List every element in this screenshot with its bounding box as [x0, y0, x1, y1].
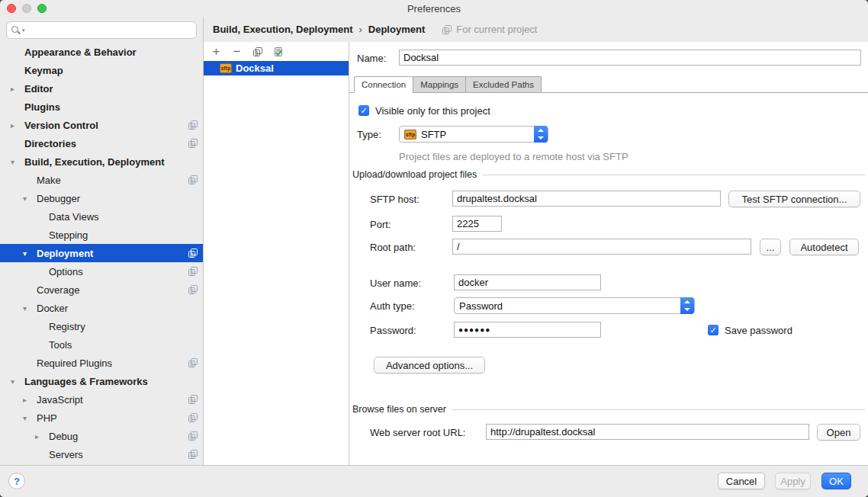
name-input[interactable]	[399, 50, 861, 66]
auth-type-value: Password	[459, 300, 503, 312]
use-as-default-icon[interactable]	[272, 45, 285, 58]
sidebar-item-editor[interactable]: ▸Editor	[0, 79, 203, 98]
shared-settings-icon	[442, 24, 452, 35]
advanced-options-button[interactable]: Advanced options...	[374, 357, 485, 374]
visible-only-checkbox[interactable]: ✓	[358, 105, 369, 116]
add-icon[interactable]: +	[210, 45, 223, 58]
server-list-toolbar: + −	[204, 42, 349, 61]
sidebar-item-make[interactable]: Make	[0, 171, 203, 189]
breadcrumb-separator-icon: ›	[358, 24, 362, 35]
sidebar-item-options[interactable]: Options	[0, 262, 203, 281]
autodetect-button[interactable]: Autodetect	[789, 239, 859, 255]
sidebar-item-php-servers[interactable]: Servers	[0, 445, 203, 463]
sidebar-item-debugger[interactable]: ▾Debugger	[0, 189, 203, 207]
server-list-panel: + − sftp Docksal	[204, 42, 349, 465]
breadcrumb: Build, Execution, Deployment › Deploymen…	[204, 17, 868, 42]
sidebar-item-version-control[interactable]: ▸Version Control	[0, 116, 203, 134]
save-password-label: Save password	[725, 325, 792, 336]
sidebar-item-stepping[interactable]: Stepping	[0, 226, 203, 244]
sidebar-item-required-plugins[interactable]: Required Plugins	[0, 354, 203, 372]
chevron-down-icon[interactable]: ▾	[11, 377, 24, 386]
shared-settings-icon	[188, 449, 198, 460]
chevron-right-icon[interactable]: ▸	[23, 396, 37, 404]
name-label: Name:	[357, 53, 386, 64]
chevron-down-icon[interactable]: ▾	[23, 414, 37, 422]
web-root-input[interactable]	[486, 424, 809, 440]
browse-root-path-button[interactable]: ...	[760, 239, 781, 255]
sftp-host-label: SFTP host:	[370, 194, 420, 205]
preferences-window: Preferences ▾ Appearance & Behavior Keym…	[0, 0, 868, 497]
sidebar-item-coverage[interactable]: Coverage	[0, 281, 203, 299]
ok-button[interactable]: OK	[821, 473, 851, 489]
password-label: Password:	[370, 325, 416, 336]
server-list-item-docksal[interactable]: sftp Docksal	[204, 61, 349, 75]
remove-icon[interactable]: −	[230, 45, 243, 58]
breadcrumb-deployment[interactable]: Deployment	[368, 24, 425, 35]
chevron-right-icon[interactable]: ▸	[11, 85, 24, 93]
sftp-icon: sftp	[220, 63, 232, 73]
sidebar-item-tools[interactable]: Tools	[0, 335, 203, 354]
test-sftp-connection-button[interactable]: Test SFTP connection...	[728, 191, 860, 207]
sidebar-item-php-debug[interactable]: ▸Debug	[0, 427, 203, 445]
sidebar-item-directories[interactable]: Directories	[0, 134, 203, 152]
server-name: Docksal	[236, 63, 274, 74]
port-input[interactable]	[452, 216, 502, 232]
auth-type-dropdown[interactable]: Password	[454, 297, 695, 314]
apply-button[interactable]: Apply	[775, 473, 811, 489]
root-path-input[interactable]	[452, 239, 751, 255]
sftp-icon: sftp	[404, 130, 416, 139]
shared-settings-icon	[188, 120, 198, 130]
chevron-down-icon[interactable]: ▾	[11, 158, 24, 166]
web-root-label: Web server root URL:	[370, 427, 465, 438]
sftp-host-input[interactable]	[452, 191, 721, 207]
window-title: Preferences	[0, 3, 868, 14]
visible-only-label: Visible only for this project	[375, 105, 490, 117]
password-input[interactable]	[454, 322, 601, 338]
tab-excluded-paths[interactable]: Excluded Paths	[465, 76, 542, 93]
chevron-down-icon[interactable]: ▾	[23, 304, 37, 313]
chevron-right-icon[interactable]: ▸	[35, 432, 49, 441]
save-password-checkbox[interactable]: ✓	[708, 325, 719, 335]
type-dropdown[interactable]: sftp SFTP	[399, 126, 548, 143]
sidebar-item-docker[interactable]: ▾Docker	[0, 299, 203, 317]
user-name-label: User name:	[370, 277, 421, 289]
sidebar-item-plugins[interactable]: Plugins	[0, 98, 203, 116]
sidebar-item-deployment[interactable]: ▾Deployment	[0, 244, 203, 262]
user-name-input[interactable]	[454, 274, 601, 290]
open-button[interactable]: Open	[817, 424, 860, 441]
type-value: SFTP	[421, 129, 446, 140]
shared-settings-icon	[188, 175, 198, 185]
deployment-form: Name: Connection Mappings Excluded Paths…	[349, 42, 868, 465]
shared-settings-icon	[188, 358, 198, 368]
sidebar-item-languages-frameworks[interactable]: ▾Languages & Frameworks	[0, 372, 203, 390]
root-path-label: Root path:	[370, 242, 416, 253]
cancel-button[interactable]: Cancel	[718, 473, 765, 489]
settings-tree: Appearance & Behavior Keymap ▸Editor Plu…	[0, 43, 203, 463]
help-icon[interactable]: ?	[8, 473, 25, 489]
settings-search-field[interactable]: ▾	[6, 21, 197, 39]
sidebar-item-registry[interactable]: Registry	[0, 317, 203, 335]
sidebar-item-php[interactable]: ▾PHP	[0, 409, 203, 427]
chevron-down-icon[interactable]: ▾	[23, 249, 37, 258]
title-bar: Preferences	[0, 0, 868, 17]
scope-label: For current project	[456, 24, 537, 35]
popup-stepper-icon	[534, 126, 548, 143]
sidebar-item-data-views[interactable]: Data Views	[0, 207, 203, 226]
port-label: Port:	[370, 219, 391, 230]
copy-icon[interactable]	[251, 45, 264, 58]
sidebar-item-javascript[interactable]: ▸JavaScript	[0, 390, 203, 409]
shared-settings-icon	[188, 284, 198, 295]
chevron-down-icon[interactable]: ▾	[23, 194, 37, 203]
tab-connection[interactable]: Connection	[354, 76, 413, 93]
sidebar-item-appearance-behavior[interactable]: Appearance & Behavior	[0, 43, 203, 61]
shared-settings-icon	[188, 266, 198, 277]
search-input[interactable]	[25, 24, 196, 37]
breadcrumb-build-execution-deployment[interactable]: Build, Execution, Deployment	[213, 24, 352, 35]
sidebar-item-build-execution-deployment[interactable]: ▾Build, Execution, Deployment	[0, 152, 203, 171]
shared-settings-icon	[188, 248, 198, 258]
tab-mappings[interactable]: Mappings	[413, 76, 465, 93]
sidebar-item-keymap[interactable]: Keymap	[0, 61, 203, 79]
chevron-right-icon[interactable]: ▸	[11, 121, 24, 130]
shared-settings-icon	[188, 431, 198, 441]
upload-section-header: Upload/download project files	[352, 169, 865, 180]
